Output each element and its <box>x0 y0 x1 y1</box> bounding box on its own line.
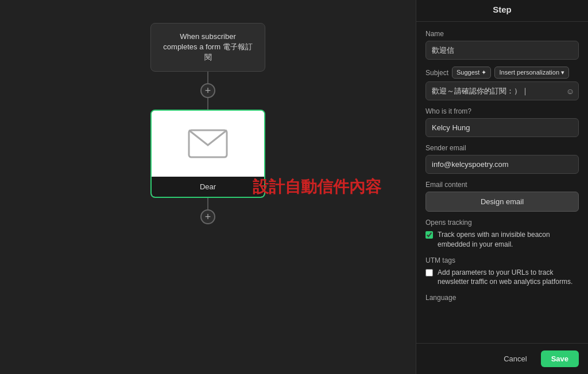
suggest-button[interactable]: Suggest ✦ <box>452 67 491 79</box>
connector-line-3 <box>207 198 208 209</box>
connector-2: + <box>200 198 215 224</box>
name-label: Name <box>425 30 579 38</box>
cancel-button[interactable]: Cancel <box>496 350 535 367</box>
right-panel: Step Name Subject Suggest ✦ Insert perso… <box>416 0 588 374</box>
name-field-group: Name <box>425 30 579 60</box>
email-content-label: Email content <box>425 181 579 189</box>
insert-label: Insert personalization ▾ <box>499 69 564 76</box>
add-button-2[interactable]: + <box>200 209 215 224</box>
utm-tags-checkbox[interactable] <box>425 269 433 276</box>
canvas-label: 設計自動信件內容 <box>253 176 381 198</box>
subject-input[interactable] <box>425 81 579 100</box>
language-group: Language <box>425 294 579 305</box>
opens-tracking-label: Opens tracking <box>425 219 579 227</box>
utm-tags-group: UTM tags Add parameters to your URLs to … <box>425 256 579 287</box>
subject-label: Subject <box>425 69 448 77</box>
subject-input-wrapper: ☺ <box>425 81 579 100</box>
language-label: Language <box>425 294 579 302</box>
panel-body: Name Subject Suggest ✦ Insert personaliz… <box>416 22 588 313</box>
opens-tracking-row: Track opens with an invisible beacon emb… <box>425 230 579 250</box>
email-node-footer: Dear <box>152 177 264 197</box>
email-icon <box>188 128 228 159</box>
canvas-area: 設計自動信件內容 When subscriber completes a for… <box>0 0 416 374</box>
who-label: Who is it from? <box>425 107 579 115</box>
connector-line-2 <box>207 98 208 110</box>
save-button[interactable]: Save <box>541 350 579 367</box>
panel-footer: Cancel Save <box>416 343 588 374</box>
utm-tags-row: Add parameters to your URLs to track new… <box>425 268 579 287</box>
insert-personalization-button[interactable]: Insert personalization ▾ <box>494 67 569 79</box>
flow-container: When subscriber completes a form 電子報訂閱 +… <box>150 23 265 224</box>
email-node-content <box>152 111 264 177</box>
connector-line-1 <box>207 72 208 83</box>
design-email-button[interactable]: Design email <box>425 192 579 212</box>
email-node[interactable]: Dear <box>150 110 265 198</box>
opens-tracking-text: Track opens with an invisible beacon emb… <box>438 230 579 250</box>
connector-1: + <box>200 72 215 110</box>
trigger-node: When subscriber completes a form 電子報訂閱 <box>150 23 265 72</box>
add-button-1[interactable]: + <box>200 83 215 98</box>
panel-header: Step <box>416 0 588 22</box>
utm-tags-text: Add parameters to your URLs to track new… <box>438 268 579 287</box>
who-input[interactable] <box>425 118 579 137</box>
panel-title: Step <box>425 5 579 14</box>
opens-tracking-group: Opens tracking Track opens with an invis… <box>425 219 579 250</box>
sender-input[interactable] <box>425 155 579 174</box>
email-node-label: Dear <box>200 182 216 191</box>
email-content-group: Email content Design email <box>425 181 579 212</box>
utm-tags-label: UTM tags <box>425 256 579 264</box>
subject-field-group: Subject Suggest ✦ Insert personalization… <box>425 67 579 100</box>
trigger-node-text: When subscriber completes a form 電子報訂閱 <box>163 32 252 61</box>
sender-label: Sender email <box>425 144 579 152</box>
name-input[interactable] <box>425 41 579 60</box>
emoji-button[interactable]: ☺ <box>566 87 574 96</box>
opens-tracking-checkbox[interactable] <box>425 231 433 239</box>
suggest-label: Suggest ✦ <box>457 69 486 76</box>
from-field-group: Who is it from? <box>425 107 579 137</box>
sender-field-group: Sender email <box>425 144 579 174</box>
